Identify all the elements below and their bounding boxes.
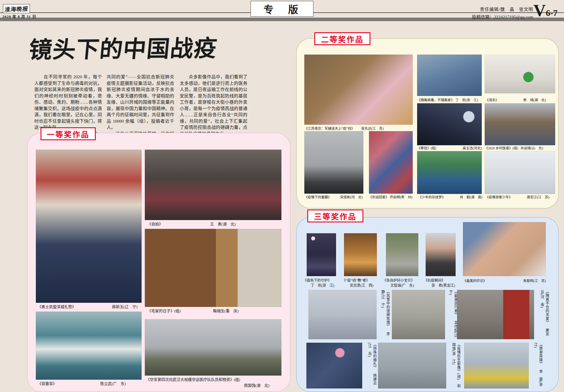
caption-young-tourist: 《疫情游客少年》 席宏江(江 苏) [485, 195, 549, 200]
editor-credit: 责任编辑/魏 晶 张文明 [452, 6, 533, 12]
photo-beautiful-marks [463, 222, 546, 276]
photo-warrior-return [36, 150, 142, 303]
caption-credit: 肖 毅(湖 南) [460, 195, 482, 200]
caption-soldier-farewell: 《江苏南京：军嫂送夫上“疫”线》 张先达(江 苏) [304, 126, 410, 131]
caption-credit: 吴志贵(江 西) [342, 283, 381, 288]
section-label-box: 专 版 [251, 1, 313, 17]
submission-mailbox: 投稿信箱：2224217195@qq.com [452, 13, 533, 20]
caption-title: 《江苏南京：军嫂送夫上“疫”线》 [304, 126, 355, 131]
caption-child-fun: 《疫情下的童趣》 宋现彬(河 北) [304, 195, 367, 200]
caption-missing-you: 《牵挂》(组) 高玉洁(河北) [417, 146, 482, 151]
caption-title: 《欢迎回家》 [369, 195, 389, 200]
caption-credit: 朱智辉(江 苏) [523, 279, 546, 283]
caption-epidemic-livelihood-images: 《疫情民生影像》(组) 和国强(浙 江) [447, 343, 461, 388]
photo-roses-in-snow [308, 290, 377, 339]
page-number-v: V [533, 2, 546, 19]
first-prize-tab: 一等奖作品 [41, 127, 96, 140]
photo-young-tourist [485, 151, 555, 194]
caption-airforce-credit: 周国强(湖 北) [146, 383, 269, 388]
caption-title: 《背靠背》 [38, 381, 57, 386]
caption-warrior-return: 《勇士凯旋滨城礼赞》 薛新玉(辽 宁) [38, 305, 137, 309]
photo-anti-epidemic-moment [426, 233, 456, 276]
caption-title: 《少年的杂技梦》 [418, 195, 445, 200]
caption-title: 《感谢英雄》 [538, 343, 543, 366]
caption-title: 《隔离病毒，不隔离爱》 [417, 98, 454, 102]
masthead-logo: 淮海晚报 [3, 4, 30, 13]
caption-title: 《宅家的日子》(组) [147, 309, 181, 313]
caption-title: 《2020 乡村医者》(组) [485, 146, 518, 151]
caption-airforce-title: 《空军第四次向武汉大规模空运医疗队队员和物资》(组) [146, 377, 281, 382]
photo-back-to-back [36, 312, 142, 380]
caption-title: 《最美的印记》 [463, 279, 487, 283]
caption-special-wedding: 《特殊的婚礼》 姚建云(江 苏) [364, 343, 377, 388]
photo-beautiful-rebel-traveler [392, 290, 445, 339]
caption-unstoppable-care: 《隔离不住的关爱》 栗亚云(河 南) [538, 290, 549, 339]
caption-title: 《消杀》 [485, 98, 499, 102]
caption-rural-doctor: 《2020 乡村医者》(组) 孙运琦(山 东) [485, 146, 557, 151]
caption-credit: 陈立武(广 东) [100, 381, 126, 386]
caption-disinfection: 《消杀》 熊 琦(湖 北) [485, 98, 546, 102]
caption-title: 《勇士凯旋滨城礼赞》 [38, 305, 76, 309]
caption-credit: 王 勇(湖 北) [210, 222, 236, 226]
caption-credit: 张 君(黑龙江) [424, 283, 461, 288]
caption-roses-in-snow: 《风雪中的铿锵玫瑰》 李 静(辽 宁) [378, 290, 390, 339]
caption-credit: 丁 凯(浙 江) [456, 98, 478, 102]
second-prize-tab: 二等奖作品 [314, 32, 370, 45]
photo-special-wedding [306, 343, 362, 388]
caption-credit: 高玉洁(河北) [463, 146, 482, 151]
article-column-3: 众多影像作品中，我们看到了太多感动，他们是逆行而上的医务人员，是日夜运输工作在前… [180, 74, 247, 127]
caption-title: 《抗疫瞬间》 [424, 278, 461, 283]
caption-title: 《空军第四次向武汉大规模空运医疗队队员和物资》(组) [146, 377, 240, 382]
photo-night-guardian [307, 233, 336, 276]
caption-title: 《风雪中的铿锵玫瑰》 [386, 290, 390, 328]
third-prize-tab: 三等奖作品 [307, 209, 363, 222]
photo-epidemic-livelihood-images [378, 343, 446, 388]
caption-credit: 鞠瑞生(重 庆) [213, 309, 239, 313]
photo-selfie [145, 150, 281, 220]
caption-night-guardian: 《夜色下的守护》 丁 凯(浙 江) [303, 278, 342, 288]
caption-selfie: 《自拍》 王 勇(湖 北) [147, 222, 236, 226]
caption-acrobat-dream: 《少年的杂技梦》 肖 毅(湖 南) [418, 195, 482, 200]
caption-beautiful-rebel-traveler: 《最美逆行者》 吴伟超(辽 宁) [446, 290, 458, 339]
caption-title: 《疫情游客少年》 [485, 195, 512, 200]
photo-child-fun-epidemic [304, 131, 363, 194]
photo-rural-doctor [485, 103, 555, 145]
photo-protect-little-ones [386, 233, 418, 276]
caption-credit: 乔启明(贵 州) [390, 195, 412, 200]
article-column-2: 共同的爱”——全国抗击新冠肺炎疫情主题摄影征集活动，反映抗击新冠肺炎疫情期间血浓… [107, 74, 174, 131]
photo-epidemic-line-dancer [344, 233, 377, 276]
photo-unstoppable-care [457, 290, 534, 339]
masthead-title: 淮海晚报 [4, 4, 29, 13]
caption-protect-little-ones: 《各自护好小宝贝》 文智诚(广 东) [383, 278, 424, 288]
caption-beautiful-marks: 《最美的印记》 朱智辉(江 苏) [463, 279, 546, 283]
caption-title: 《各自护好小宝贝》 [383, 278, 424, 283]
caption-epidemic-line-dancer: 《“疫”线“舞”者》 吴志贵(江 西) [342, 278, 381, 288]
caption-credit: 席宏江(江 苏) [527, 195, 549, 200]
caption-credit: 薛新玉(辽 宁) [112, 305, 137, 309]
caption-days-at-home: 《宅家的日子》(组) 鞠瑞生(重 庆) [147, 309, 239, 313]
photo-disinfection [485, 55, 555, 93]
caption-isolate-virus: 《隔离病毒，不隔离爱》 丁 凯(浙 江) [417, 98, 484, 102]
photo-soldier-farewell [304, 55, 413, 125]
caption-title: 《牵挂》(组) [417, 146, 436, 151]
issue-date: 2020 年 8 月 31 日 [2, 13, 61, 19]
photo-isolate-virus-not-love [417, 55, 482, 96]
caption-title: 《疫情民生影像》(组) [456, 343, 461, 380]
photo-thank-you-heroes [464, 343, 529, 388]
caption-thank-you-heroes: 《感谢英雄》 李 震(浙 江) [530, 343, 543, 388]
photo-welcome-home [369, 131, 413, 194]
newspaper-page: 淮海晚报 2020 年 8 月 31 日 专 版 责任编辑/魏 晶 张文明 投稿… [0, 0, 564, 392]
photo-airforce-airlift [145, 319, 281, 376]
page-number-rest: 6-7 [546, 7, 558, 19]
caption-title: 《疫情下的童趣》 [304, 195, 331, 200]
article-column-1: 在不同寻常的 2020 年，每个人都感受到了生命与病毒的对抗，面对突如其来的新冠… [34, 74, 102, 127]
caption-credit: 张先达(江 苏) [361, 126, 384, 131]
photo-days-at-home [145, 229, 281, 307]
caption-back-to-back: 《背靠背》 陈立武(广 东) [38, 381, 126, 386]
caption-title: 《“疫”线“舞”者》 [342, 278, 381, 283]
caption-credit: 宋现彬(河 北) [340, 195, 363, 200]
caption-anti-epidemic-moment: 《抗疫瞬间》 张 君(黑龙江) [424, 278, 461, 288]
caption-credit: 文智诚(广 东) [383, 283, 424, 288]
caption-title: 《隔离不住的关爱》 [545, 290, 549, 324]
caption-title: 《特殊的婚礼》 [372, 343, 377, 369]
